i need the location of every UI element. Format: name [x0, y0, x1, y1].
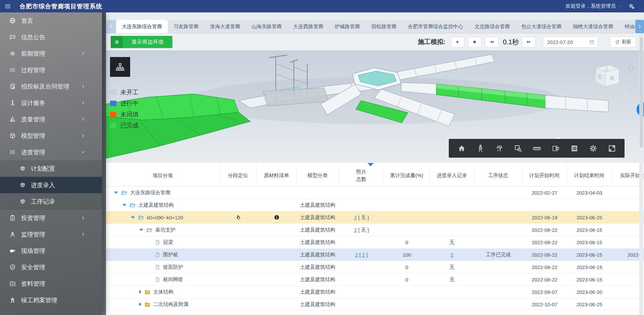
tree-expand-arrow[interactable] — [139, 290, 142, 294]
table-row-土建及建筑结构[interactable]: 土建及建筑结构土建及建筑结构 — [106, 199, 644, 211]
table-row-大连东路综合管廊[interactable]: 大连东路综合管廊2022-02-272023-04-03 — [106, 187, 644, 199]
table-row-基坑支护[interactable]: 基坑支护土建及建筑结构2 [ 无 ]2022-08-222023-06-15 — [106, 224, 644, 236]
tabs-scroll-left-button[interactable] — [106, 20, 116, 33]
chevron-down-icon[interactable] — [628, 88, 634, 94]
tab-锦绣大道综合管廊[interactable]: 锦绣大道综合管廊 — [567, 20, 619, 33]
table-row-主体结构[interactable]: 主体结构土建及建筑结构2022-09-072023-06-20 — [106, 286, 644, 298]
cell-segment-locate[interactable] — [220, 236, 257, 248]
view-home-icon[interactable] — [627, 64, 635, 72]
sidebar-item-11[interactable]: 监理管理 — [0, 226, 102, 243]
info-icon[interactable] — [274, 214, 280, 220]
tree-collapse-arrow[interactable] — [114, 192, 118, 194]
tab-山海关路管廊[interactable]: 山海关路管廊 — [246, 20, 287, 33]
table-row-桩间网喷[interactable]: 桩间网喷土建及建筑结构0无2022-08-222023-06-15 — [106, 273, 644, 286]
refresh-button[interactable]: 刷新 — [610, 37, 636, 48]
sidebar-item-4[interactable]: 过程管理 — [0, 62, 102, 78]
tab-包公大道综合管廊[interactable]: 包公大道综合管廊 — [516, 20, 567, 33]
tab-合肥市管廊综合监控中心[interactable]: 合肥市管廊综合监控中心 — [402, 20, 469, 33]
cell-material-list[interactable] — [257, 273, 297, 285]
show-environment-button[interactable]: 显示周边环境 — [111, 36, 172, 48]
tabs-scroll-right-button[interactable] — [635, 20, 644, 33]
cell-segment-locate[interactable] — [220, 286, 257, 298]
cell-material-list[interactable] — [257, 224, 297, 236]
sidebar-item-5[interactable]: 招投标及合同管理 — [0, 78, 102, 95]
sidebar-subitem-工序记录[interactable]: 工序记录 — [0, 193, 102, 210]
bim-viewport[interactable]: 未开工进行中未回填已完成 上 左 前 — [106, 50, 644, 163]
sidebar-item-1[interactable]: 首页 — [0, 12, 102, 29]
sidebar-item-8[interactable]: 模型管理 — [0, 127, 102, 144]
measure-button[interactable] — [532, 144, 541, 153]
detail-list-button[interactable] — [570, 144, 579, 153]
photo-count-link[interactable]: 2 — [355, 252, 358, 258]
sidebar-item-12[interactable]: 现场管理 — [0, 243, 102, 259]
table-row-二次结构及附属[interactable]: 二次结构及附属土建及建筑结构2022-10-072023-06-25 — [106, 298, 644, 311]
cell-segment-locate[interactable] — [220, 211, 257, 223]
settings-button[interactable] — [589, 144, 598, 153]
cell-material-list[interactable] — [257, 199, 297, 211]
sidebar-subitem-计划配置[interactable]: 计划配置 — [0, 160, 102, 177]
sidebar-item-7[interactable]: 质量管理 — [0, 111, 102, 127]
table-row-坡面防护[interactable]: 坡面防护土建及建筑结构0无2022-08-222023-06-15 — [106, 261, 644, 273]
cell-segment-locate[interactable] — [220, 298, 257, 310]
splitter-collapse-triangle[interactable] — [368, 163, 374, 166]
cell-segment-locate[interactable] — [220, 187, 257, 199]
photo-count-link[interactable]: 2 — [354, 227, 357, 233]
sidebar-item-14[interactable]: 资料管理 — [0, 275, 102, 292]
sidebar-item-15[interactable]: 竣工档案管理 — [0, 292, 102, 308]
play-button[interactable] — [451, 37, 464, 47]
tab-宿松路管廊[interactable]: 宿松路管廊 — [366, 20, 402, 33]
tree-collapse-arrow[interactable] — [139, 229, 143, 231]
zoom-select-button[interactable] — [514, 144, 523, 153]
cell-material-list[interactable] — [257, 249, 297, 261]
tree-collapse-arrow[interactable] — [131, 216, 135, 219]
sidebar-item-13[interactable]: 安全管理 — [0, 259, 102, 275]
cell-segment-locate[interactable] — [220, 249, 257, 261]
sidebar-item-3[interactable]: 前期管理 — [0, 45, 102, 62]
settings-gears-icon[interactable] — [628, 3, 635, 10]
cell-material-list[interactable] — [257, 236, 297, 248]
home-button[interactable] — [457, 144, 466, 153]
user-menu[interactable]: 欢迎登录，系统管理员 — [566, 3, 623, 9]
model-tree-button[interactable] — [110, 57, 130, 77]
stop-button[interactable] — [468, 37, 481, 47]
fullscreen-button[interactable] — [607, 144, 616, 153]
cell-material-list[interactable] — [257, 211, 297, 223]
tree-expand-arrow[interactable] — [139, 302, 142, 306]
sidebar-item-2[interactable]: 信息公告 — [0, 29, 102, 45]
view-cube-top-label[interactable]: 上 — [604, 66, 609, 71]
tab-大连西路管廊[interactable]: 大连西路管廊 — [287, 20, 329, 33]
walk-button[interactable] — [476, 144, 485, 153]
cell-material-list[interactable] — [257, 261, 297, 273]
sidebar-item-6[interactable]: 设计服务 — [0, 95, 102, 111]
tab-钟油坊路综合管廊[interactable]: 钟油坊路综合管廊 — [619, 20, 635, 33]
tab-大连东路综合管廊[interactable]: 大连东路综合管廊 — [116, 20, 168, 33]
step-forward-button[interactable] — [522, 37, 536, 47]
page-scrollbar-thumb[interactable] — [640, 37, 643, 148]
tab-习友路管廊[interactable]: 习友路管廊 — [168, 20, 204, 33]
menu-icon[interactable] — [0, 3, 15, 10]
tab-护城路管廊[interactable]: 护城路管廊 — [329, 20, 366, 33]
view-cube-left-label[interactable]: 左 — [598, 74, 603, 80]
record-link[interactable]: 2 — [450, 252, 453, 258]
cell-segment-locate[interactable] — [220, 261, 257, 273]
tree-collapse-arrow[interactable] — [122, 204, 126, 206]
section-button[interactable] — [551, 144, 560, 153]
table-row-k0+090~k0+120[interactable]: k0+090~k0+120土建及建筑结构2 [ 无 ]2022-08-19202… — [106, 211, 644, 224]
table-row-冠梁[interactable]: 冠梁土建及建筑结构0无2022-08-222023-06-15 — [106, 236, 644, 249]
view-cube-front-label[interactable]: 前 — [609, 75, 615, 81]
cell-material-list[interactable] — [257, 286, 297, 298]
cell-segment-locate[interactable] — [220, 199, 257, 211]
table-row-围护桩[interactable]: 围护桩土建及建筑结构2 [ 2 ]1002工序已完成2022-08-222023… — [106, 249, 644, 261]
tab-淮海大道管廊[interactable]: 淮海大道管廊 — [204, 20, 246, 33]
locate-button[interactable] — [495, 144, 504, 153]
sidebar-item-10[interactable]: $投资管理 — [0, 210, 102, 226]
tab-文忠路综合管廊[interactable]: 文忠路综合管廊 — [469, 20, 516, 33]
sidebar-item-9[interactable]: 进度管理 — [0, 144, 102, 160]
view-cube[interactable]: 上 左 前 — [584, 64, 625, 101]
photo-bracket-link[interactable]: 2 — [362, 252, 365, 258]
date-input[interactable]: 2022-07-20 — [543, 37, 598, 48]
photo-count-link[interactable]: 2 — [354, 215, 357, 220]
cell-segment-locate[interactable] — [220, 273, 257, 285]
cell-segment-locate[interactable] — [220, 224, 257, 236]
sidebar-subitem-进度录入[interactable]: 进度录入 — [0, 177, 102, 193]
